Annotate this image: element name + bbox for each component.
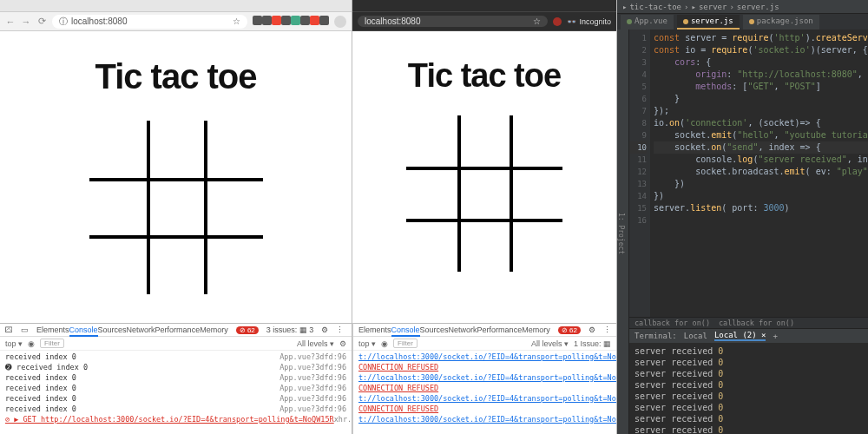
device-icon[interactable]: ▭ (21, 326, 29, 334)
extensions-tray[interactable] (253, 16, 329, 27)
eye-icon[interactable]: ◉ (381, 339, 388, 348)
page-title: Tic tac toe (408, 57, 561, 95)
folder-icon: ▸ (691, 3, 695, 11)
gear-icon[interactable]: ⚙ (339, 339, 346, 348)
error-badge[interactable]: ⊘ 62 (236, 326, 259, 334)
console-output[interactable]: received index 0App.vue?3dfd:96➋ receive… (0, 351, 352, 427)
add-terminal-icon[interactable]: + (773, 332, 777, 340)
more-icon[interactable]: ⋮ (336, 326, 344, 334)
back-icon[interactable]: ← (5, 16, 16, 27)
terminal-line: server received 0 (635, 424, 868, 434)
tic-tac-toe-board[interactable] (406, 115, 562, 272)
settings-icon[interactable]: ⚙ (321, 326, 328, 334)
board-cell[interactable] (89, 121, 148, 179)
context-selector[interactable]: top ▾ (358, 339, 376, 348)
code-area[interactable]: const server = require('http').createSer… (650, 30, 868, 317)
terminal-line: server received 0 (635, 368, 868, 379)
terminal-line: server received 0 (635, 402, 868, 413)
page-content: Tic tac toe (352, 31, 616, 323)
ext-icon[interactable] (319, 16, 329, 25)
filter-input[interactable]: Filter (393, 339, 418, 348)
devtools-tab[interactable]: Console (391, 326, 420, 337)
devtools-tab[interactable]: Elements (36, 326, 69, 334)
eye-icon[interactable]: ◉ (28, 339, 35, 348)
console-row[interactable]: ⊘ ▶ GET http://localhost:3000/socket.io/… (5, 414, 346, 424)
devtools-tab[interactable]: Sources (420, 326, 449, 334)
incognito-icon: 👓 Incognito (567, 17, 611, 26)
console-row[interactable]: received index 0App.vue?3dfd:96 (5, 404, 346, 414)
ext-icon[interactable] (262, 16, 272, 25)
terminal-tab[interactable]: Local (684, 332, 707, 340)
ext-icon[interactable] (300, 16, 310, 25)
inspect-icon[interactable]: ⮹ (5, 326, 13, 334)
console-row[interactable]: CONNECTION_REFUSED (358, 404, 611, 414)
devtools-tab[interactable]: Elements (358, 326, 391, 334)
devtools-tabs[interactable]: ⮹ ▭ ElementsConsoleSourcesNetworkPerform… (0, 324, 352, 337)
console-output[interactable]: t://localhost:3000/socket.io/?EID=4&tran… (353, 351, 616, 427)
ext-icon[interactable] (281, 16, 291, 25)
console-row[interactable]: t://localhost:3000/socket.io/?EID=4&tran… (358, 393, 611, 404)
console-row[interactable]: ➋ received index 0App.vue?3dfd:96 (5, 362, 346, 372)
devtools-tabs[interactable]: ElementsConsoleSourcesNetworkPerformance… (353, 324, 616, 337)
issues-badge[interactable]: 3 issues: ▦ 3 (266, 326, 314, 334)
settings-icon[interactable]: ⚙ (589, 326, 595, 334)
console-row[interactable]: CONNECTION_REFUSED (358, 362, 611, 372)
star-icon[interactable]: ☆ (533, 16, 541, 26)
console-row[interactable]: t://localhost:3000/socket.io/?EID=4&tran… (358, 372, 611, 383)
url-field[interactable]: ⓘ localhost:8080 ☆ (52, 15, 247, 29)
more-icon[interactable]: ⋮ (603, 326, 611, 334)
devtools-panel[interactable]: ⮹ ▭ ElementsConsoleSourcesNetworkPerform… (0, 323, 352, 434)
project-breadcrumb[interactable]: ▸ tic-tac-toe › ▸ server › server.js (617, 0, 868, 14)
ext-icon[interactable] (553, 17, 562, 26)
url-field[interactable]: localhost:8080 ☆ (358, 16, 548, 27)
editor-breadcrumb[interactable]: callback for on() callback for on() (629, 317, 868, 329)
project-tool-label[interactable]: 1: Project (617, 213, 625, 254)
levels-selector[interactable]: All levels ▾ (297, 339, 334, 348)
devtools-tab[interactable]: Network (449, 326, 477, 334)
devtools-tab[interactable]: Performance (477, 326, 523, 334)
levels-selector[interactable]: All levels ▾ (531, 339, 569, 348)
code-editor[interactable]: 12345678910111213141516 const server = r… (629, 30, 868, 317)
editor-tab[interactable]: App.vue (621, 15, 674, 30)
devtools-tab[interactable]: Memory (522, 326, 550, 334)
ext-icon[interactable] (253, 16, 262, 25)
terminal-line: server received 0 (635, 379, 868, 391)
error-badge[interactable]: ⊘ 62 (558, 326, 581, 334)
terminal-tabs[interactable]: Terminal: Local Local (2) × + (629, 329, 868, 343)
tic-tac-toe-board[interactable] (89, 121, 263, 294)
tab-strip[interactable] (352, 0, 616, 12)
terminal-tab[interactable]: Local (2) × (714, 331, 766, 341)
url-text: localhost:8080 (365, 16, 421, 26)
ext-icon[interactable] (310, 16, 319, 25)
avatar-icon[interactable] (334, 16, 346, 28)
filter-input[interactable]: Filter (40, 339, 64, 348)
console-row[interactable]: t://localhost:3000/socket.io/?EID=4&tran… (358, 352, 611, 362)
devtools-panel[interactable]: ElementsConsoleSourcesNetworkPerformance… (352, 323, 616, 434)
tab-strip[interactable] (0, 0, 352, 12)
editor-tab[interactable]: server.js (677, 15, 740, 30)
devtools-tab[interactable]: Console (69, 326, 98, 337)
context-selector[interactable]: top ▾ (5, 339, 23, 348)
console-row[interactable]: t://localhost:3000/socket.io/?EID=4&tran… (358, 414, 611, 424)
console-row[interactable]: received index 0App.vue?3dfd:96 (5, 383, 346, 393)
reload-icon[interactable]: ⟳ (36, 16, 47, 27)
editor-tabs[interactable]: App.vueserver.jspackage.json (617, 14, 868, 30)
console-row[interactable]: received index 0App.vue?3dfd:96 (5, 372, 346, 383)
ext-icon[interactable] (291, 16, 300, 25)
star-icon[interactable]: ☆ (233, 16, 240, 26)
devtools-tab[interactable]: Performance (155, 326, 201, 334)
console-row[interactable]: received index 0App.vue?3dfd:96 (5, 393, 346, 404)
devtools-tab[interactable]: Network (127, 326, 155, 334)
site-info-icon[interactable]: ⓘ (59, 16, 68, 28)
console-row[interactable]: CONNECTION_REFUSED (358, 383, 611, 393)
issues-badge[interactable]: 1 Issue: ▦ (574, 339, 611, 348)
tool-window-bar[interactable]: 1: Project (617, 30, 629, 434)
line-gutter[interactable]: 12345678910111213141516 (629, 30, 650, 317)
devtools-tab[interactable]: Sources (98, 326, 127, 334)
console-row[interactable]: received index 0App.vue?3dfd:96 (5, 352, 346, 362)
ext-icon[interactable] (272, 16, 281, 25)
editor-tab[interactable]: package.json (743, 15, 819, 30)
terminal-output[interactable]: server received 0server received 0server… (629, 343, 868, 434)
forward-icon[interactable]: → (21, 16, 31, 27)
devtools-tab[interactable]: Memory (200, 326, 228, 334)
